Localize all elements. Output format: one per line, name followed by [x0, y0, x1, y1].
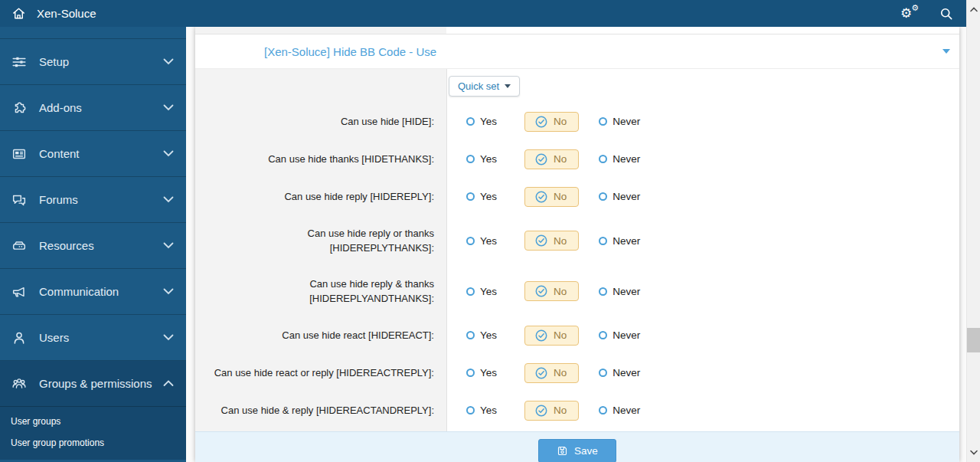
permission-row: Can use hide reply [HIDEREPLY]: Yes No: [195, 178, 959, 215]
radio-option-no-selected[interactable]: No: [524, 281, 579, 301]
sidebar-item-setup[interactable]: Setup: [0, 39, 186, 85]
radio-icon[interactable]: [599, 237, 607, 245]
scroll-down-icon[interactable]: [970, 450, 978, 455]
radio-icon[interactable]: [599, 369, 607, 377]
sidebar-item-label: Users: [39, 331, 69, 344]
search-icon[interactable]: [939, 6, 954, 21]
permission-label: Can use hide react [HIDEREACT]:: [201, 316, 440, 354]
chevron-up-icon: [163, 380, 174, 387]
radio-icon[interactable]: [466, 237, 475, 245]
permission-row: Can use hide reply & thanks [HIDEREPLYAN…: [195, 266, 959, 316]
radio-option-no-selected[interactable]: No: [524, 401, 579, 421]
permission-label: Can use hide [HIDE]:: [201, 103, 440, 140]
chevron-down-icon: [163, 150, 174, 157]
sidebar-item-label: Resources: [39, 239, 94, 252]
sidebar-item-add-ons[interactable]: Add-ons: [0, 85, 186, 131]
radio-option-never[interactable]: Never: [599, 235, 640, 247]
permission-label: Can use hide reply & thanks [HIDEREPLYAN…: [201, 266, 440, 316]
check-circle-icon: [535, 405, 547, 417]
sidebar-subnav: User groups User group promotions: [0, 407, 186, 460]
radio-option-no-selected[interactable]: No: [524, 112, 579, 132]
radio-option-yes[interactable]: Yes: [466, 405, 497, 416]
permission-label: Can use hide & reply [HIDEREACTANDREPLY]…: [201, 392, 440, 429]
radio-icon[interactable]: [599, 155, 607, 163]
permission-row: Can use hide & reply [HIDEREACTANDREPLY]…: [195, 392, 959, 429]
sidebar-item-users[interactable]: Users: [0, 315, 186, 361]
scrollbar-thumb[interactable]: [967, 328, 980, 352]
radio-icon[interactable]: [599, 406, 607, 414]
sidebar-item-label: Communication: [39, 285, 119, 298]
radio-option-yes[interactable]: Yes: [466, 116, 497, 127]
chevron-down-icon: [163, 242, 174, 249]
radio-option-never[interactable]: Never: [599, 286, 640, 297]
radio-icon[interactable]: [466, 369, 475, 377]
floppy-disk-icon: [557, 445, 568, 457]
radio-option-yes[interactable]: Yes: [466, 286, 497, 297]
section-header[interactable]: [Xen-Soluce] Hide BB Code - Use: [195, 34, 959, 69]
radio-icon[interactable]: [599, 287, 607, 296]
radio-option-no-selected[interactable]: No: [524, 187, 579, 207]
radio-option-yes[interactable]: Yes: [466, 329, 497, 341]
radio-icon[interactable]: [466, 406, 475, 414]
radio-option-never[interactable]: Never: [599, 367, 640, 378]
sidebar-item-label: Add-ons: [39, 101, 82, 114]
chevron-down-icon: [163, 334, 174, 341]
drive-icon: [11, 238, 31, 254]
radio-icon[interactable]: [466, 287, 475, 296]
radio-option-no-selected[interactable]: No: [524, 363, 579, 383]
sidebar-item-communication[interactable]: Communication: [0, 269, 186, 315]
check-circle-icon: [535, 367, 547, 379]
sidebar-subitem-user-group-promotions[interactable]: User group promotions: [0, 432, 186, 454]
section-title[interactable]: [Xen-Soluce] Hide BB Code - Use: [264, 45, 436, 58]
radio-icon[interactable]: [599, 117, 607, 126]
radio-option-no-selected[interactable]: No: [524, 231, 579, 251]
radio-option-never[interactable]: Never: [599, 405, 640, 416]
permission-label: Can use hide reply or thanks [HIDEREPLYT…: [201, 215, 440, 266]
radio-icon[interactable]: [599, 331, 607, 339]
radio-option-never[interactable]: Never: [599, 153, 640, 165]
sidebar-subitem-user-groups[interactable]: User groups: [0, 411, 186, 432]
sidebar-item-groups-permissions[interactable]: Groups & permissions: [0, 361, 186, 407]
sidebar-item-forums[interactable]: Forums: [0, 177, 186, 223]
permission-label: Can use hide reply [HIDEREPLY]:: [201, 178, 440, 215]
permission-row: Can use hide react or reply [HIDEREACTRE…: [195, 354, 959, 392]
sidebar-item-content[interactable]: Content: [0, 131, 186, 177]
check-circle-icon: [535, 153, 547, 165]
form-footer: Save: [195, 431, 959, 462]
radio-icon[interactable]: [599, 192, 607, 201]
home-button[interactable]: [0, 6, 37, 21]
radio-option-yes[interactable]: Yes: [466, 367, 497, 378]
radio-icon[interactable]: [466, 192, 475, 201]
permission-label: Can use hide thanks [HIDETHANKS]:: [201, 140, 440, 178]
radio-option-never[interactable]: Never: [599, 191, 640, 202]
radio-icon[interactable]: [466, 155, 475, 163]
permissions-form: Quick set Can use hide [HIDE]: Yes: [195, 69, 959, 431]
newspaper-icon: [11, 146, 31, 162]
sidebar-item-label: Content: [39, 147, 80, 160]
radio-option-no-selected[interactable]: No: [524, 326, 579, 346]
quick-set-button[interactable]: Quick set: [449, 76, 520, 97]
radio-option-no-selected[interactable]: No: [524, 149, 579, 169]
radio-option-yes[interactable]: Yes: [466, 153, 497, 165]
radio-option-yes[interactable]: Yes: [466, 191, 497, 202]
radio-option-yes[interactable]: Yes: [466, 235, 497, 247]
radio-option-never[interactable]: Never: [599, 329, 640, 341]
check-circle-icon: [535, 285, 547, 297]
megaphone-icon: [11, 283, 31, 300]
chevron-down-icon: [163, 288, 174, 295]
save-button[interactable]: Save: [538, 439, 616, 462]
check-circle-icon: [535, 234, 547, 247]
sidebar-item-label: Setup: [39, 55, 69, 68]
sidebar-nav: Setup Add-ons Content: [0, 27, 186, 462]
app-title[interactable]: Xen-Soluce: [37, 7, 96, 20]
radio-icon[interactable]: [466, 117, 475, 126]
radio-icon[interactable]: [466, 331, 475, 339]
collapse-caret-icon[interactable]: [942, 49, 950, 54]
scroll-up-icon[interactable]: [970, 7, 978, 12]
radio-option-never[interactable]: Never: [599, 116, 640, 127]
admin-gears-icon[interactable]: ⚙ ⚙: [900, 5, 919, 22]
sidebar-item-resources[interactable]: Resources: [0, 223, 186, 269]
sidebar-clipped-item: [0, 27, 186, 39]
permission-row: Can use hide react [HIDEREACT]: Yes No: [195, 316, 959, 354]
page-scrollbar[interactable]: [966, 0, 980, 462]
